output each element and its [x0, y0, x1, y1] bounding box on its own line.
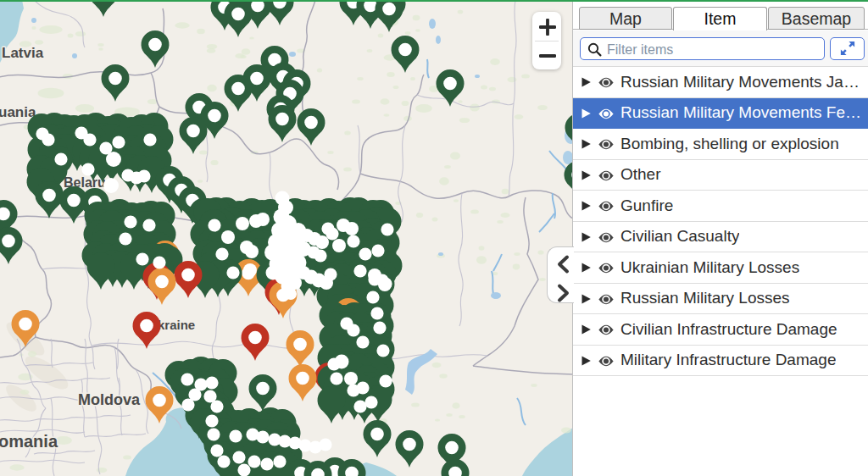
svg-text:kraine: kraine: [158, 318, 195, 332]
svg-text:uania: uania: [0, 104, 36, 120]
svg-text:Moldova: Moldova: [78, 391, 141, 408]
svg-text:Latvia: Latvia: [2, 45, 44, 61]
svg-text:omania: omania: [0, 432, 58, 451]
